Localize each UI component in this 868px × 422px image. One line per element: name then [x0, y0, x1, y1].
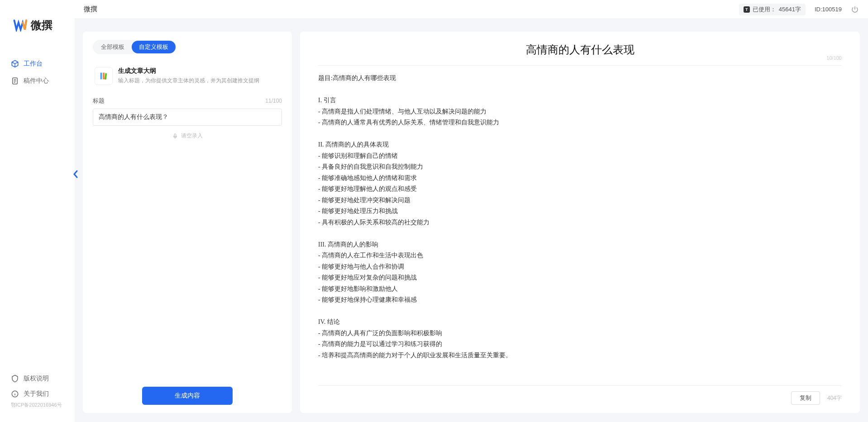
output-body[interactable]: 题目:高情商的人有哪些表现 I. 引言 - 高情商是指人们处理情绪、与他人互动以… [318, 73, 842, 385]
usage-value: 45641字 [779, 5, 801, 14]
main: 微撰 T 已使用： 45641字 ID:100519 全部模板 自定义模板 生成… [75, 0, 868, 422]
divider [318, 65, 842, 66]
bottom-nav: 版权说明 关于我们 鄂ICP备2022016946号 [0, 371, 75, 422]
voice-input-button[interactable]: 请空录入 [93, 132, 282, 140]
sidebar-collapse-handle[interactable] [72, 170, 79, 179]
icp-text: 鄂ICP备2022016946号 [0, 402, 75, 413]
nav-list: 工作台 稿件中心 [0, 46, 75, 371]
template-tabs: 全部模板 自定义模板 [93, 40, 176, 54]
title-field-header: 标题 11/100 [93, 97, 282, 105]
template-info: 生成文章大纲 输入标题，为你提供文章主体的灵感，并为其创建推文提纲 [118, 67, 280, 85]
output-title: 高情商的人有什么表现 [318, 43, 842, 57]
text-icon: T [744, 6, 750, 13]
nav-about[interactable]: 关于我们 [0, 386, 75, 402]
generate-button[interactable]: 生成内容 [142, 387, 233, 405]
output-title-count: 10/100 [826, 55, 842, 61]
chevron-left-icon [72, 170, 79, 179]
panel-right: 高情商的人有什么表现 10/100 题目:高情商的人有哪些表现 I. 引言 - … [300, 32, 860, 413]
power-icon[interactable] [851, 5, 859, 14]
nav-copyright[interactable]: 版权说明 [0, 371, 75, 386]
title-label: 标题 [93, 97, 105, 105]
copy-button[interactable]: 复制 [791, 391, 820, 405]
nav-label: 工作台 [24, 60, 43, 68]
info-icon [11, 390, 19, 398]
tab-custom-templates[interactable]: 自定义模板 [132, 41, 176, 53]
output-word-count: 404字 [827, 394, 842, 402]
content: 全部模板 自定义模板 生成文章大纲 输入标题，为你提供文章主体的灵感，并为其创建… [75, 19, 868, 422]
template-desc: 输入标题，为你提供文章主体的灵感，并为其创建推文提纲 [118, 77, 280, 85]
nav-label: 关于我们 [24, 390, 49, 398]
template-card[interactable]: 生成文章大纲 输入标题，为你提供文章主体的灵感，并为其创建推文提纲 [93, 62, 282, 90]
logo-icon [13, 19, 27, 32]
usage-badge[interactable]: T 已使用： 45641字 [739, 4, 806, 15]
page-title: 微撰 [84, 5, 97, 14]
logo: 微撰 [0, 0, 75, 46]
books-icon [99, 71, 109, 81]
template-title: 生成文章大纲 [118, 67, 280, 75]
mic-icon [172, 133, 178, 139]
shield-icon [11, 375, 19, 383]
doc-icon [11, 77, 19, 85]
title-input[interactable] [93, 109, 282, 126]
topbar: 微撰 T 已使用： 45641字 ID:100519 [75, 0, 868, 19]
voice-hint: 请空录入 [181, 132, 203, 140]
panel-left: 全部模板 自定义模板 生成文章大纲 输入标题，为你提供文章主体的灵感，并为其创建… [83, 32, 292, 413]
topbar-right: T 已使用： 45641字 ID:100519 [739, 4, 859, 15]
nav-drafts[interactable]: 稿件中心 [0, 72, 75, 90]
title-char-count: 11/100 [265, 98, 282, 104]
template-icon [95, 67, 113, 85]
tab-all-templates[interactable]: 全部模板 [94, 41, 132, 53]
cube-icon [11, 60, 19, 68]
nav-label: 版权说明 [24, 375, 49, 383]
output-header: 高情商的人有什么表现 10/100 [318, 43, 842, 65]
output-footer: 复制 404字 [318, 385, 842, 405]
nav-workbench[interactable]: 工作台 [0, 55, 75, 72]
usage-label: 已使用： [753, 5, 776, 14]
nav-label: 稿件中心 [24, 77, 49, 85]
user-id: ID:100519 [815, 6, 842, 13]
svg-rect-2 [174, 133, 176, 137]
sidebar: 微撰 工作台 稿件中心 版权说明 关于我们 鄂ICP备2022016946号 [0, 0, 75, 422]
logo-text: 微撰 [31, 18, 52, 33]
